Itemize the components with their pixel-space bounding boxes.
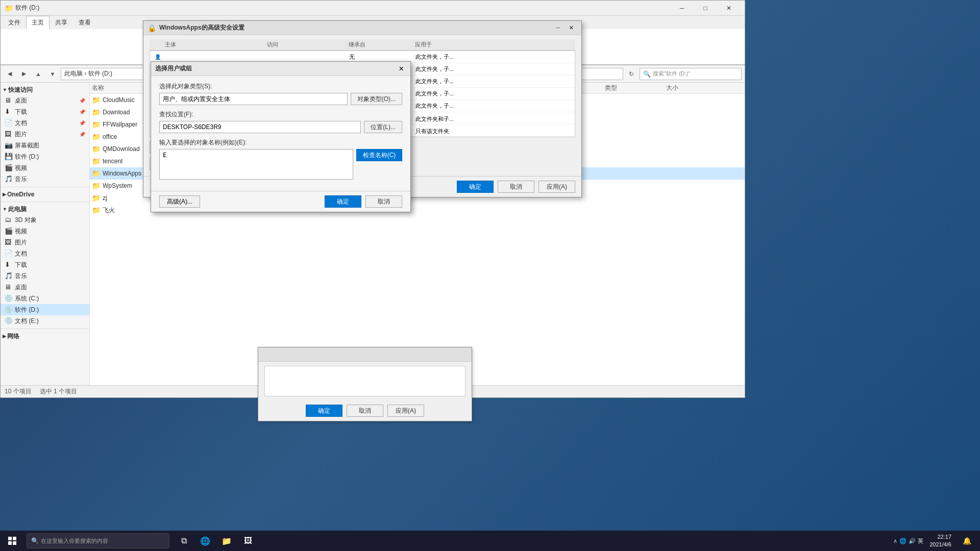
task-view-button[interactable]: ⧉ (174, 531, 194, 551)
security-close-btn[interactable]: ✕ (565, 23, 577, 33)
col-type: 类型 (605, 84, 666, 92)
notification-button[interactable]: 🔔 (958, 531, 976, 551)
sidebar-item-software-quick[interactable]: 💾 软件 (D:) (1, 151, 89, 162)
sidebar-item-download-pc[interactable]: ⬇ 下载 (1, 259, 89, 270)
this-pc-header[interactable]: ▼ 此电脑 (1, 204, 89, 214)
check-names-btn[interactable]: 检查名称(C) (356, 149, 402, 161)
select-user-body: 选择此对象类型(S): 对象类型(O)... 查找位置(F): 位置(L)...… (151, 76, 410, 191)
select-user-title-text: 选择用户或组 (155, 64, 192, 73)
lang-indicator[interactable]: 英 (918, 537, 923, 545)
bottom-dialog-buttons: 确定 取消 应用(A) (258, 400, 472, 421)
close-button[interactable]: ✕ (717, 1, 741, 16)
sidebar-item-docs-pc[interactable]: 📄 文档 (1, 248, 89, 259)
quick-access-label: 快速访问 (8, 86, 33, 94)
taskbar-search-icon: 🔍 (31, 537, 39, 544)
sidebar-item-docs-quick[interactable]: 📄 文档 📌 (1, 117, 89, 129)
quick-access-header[interactable]: ▼ 快速访问 (1, 85, 89, 95)
docs-icon: 📄 (5, 119, 13, 127)
photos-taskbar-icon[interactable]: 🖼 (238, 531, 258, 551)
sidebar-item-e-drive[interactable]: 💿 文档 (E:) (1, 315, 89, 327)
select-user-ok-btn[interactable]: 确定 (325, 195, 361, 208)
tab-share[interactable]: 共享 (50, 16, 73, 29)
item-count: 10 个项目 (5, 387, 32, 396)
object-type-label: 选择此对象类型(S): (159, 82, 402, 91)
sidebar-item-3d[interactable]: 🗂 3D 对象 (1, 214, 89, 226)
sidebar-item-pics-quick[interactable]: 🖼 图片 📌 (1, 129, 89, 140)
sidebar-item-desktop-quick[interactable]: 🖥 桌面 📌 (1, 95, 89, 106)
object-type-input[interactable] (159, 93, 348, 105)
music-icon: 🎵 (5, 175, 13, 183)
refresh-button[interactable]: ↻ (625, 68, 638, 80)
clock[interactable]: 22:17 2021/4/6 (925, 533, 955, 549)
sidebar-item-screenshot[interactable]: 📷 屏幕截图 (1, 140, 89, 151)
file-explorer-taskbar-icon[interactable]: 📁 (216, 531, 237, 551)
folder-icon2: 📁 (92, 108, 101, 116)
taskbar-right: ∧ 🌐 🔊 英 22:17 2021/4/6 🔔 (893, 531, 980, 551)
divider1 (1, 187, 89, 187)
tab-file[interactable]: 文件 (3, 16, 26, 29)
bottom-cancel-btn[interactable]: 取消 (347, 405, 383, 417)
folder-icon3: 📁 (92, 120, 101, 129)
folder-icon6: 📁 (92, 157, 101, 165)
selected-count: 选中 1 个项目 (40, 387, 77, 396)
sidebar-item-download-quick[interactable]: ⬇ 下载 📌 (1, 106, 89, 117)
chevron-up-icon[interactable]: ∧ (893, 538, 897, 544)
start-button[interactable] (0, 531, 24, 551)
sidebar-item-c-drive[interactable]: 💿 系统 (C:) (1, 293, 89, 304)
location-btn[interactable]: 位置(L)... (364, 121, 402, 133)
folder-icon9: 📁 (92, 194, 101, 202)
object-name-textarea[interactable]: E (159, 149, 353, 180)
up-button[interactable]: ▲ (32, 68, 44, 80)
back-button[interactable]: ◀ (4, 68, 16, 80)
edge-icon[interactable]: 🌐 (195, 531, 215, 551)
folder-icon10: 📁 (92, 206, 101, 214)
divider2 (1, 202, 89, 202)
recent-button[interactable]: ▼ (46, 68, 59, 80)
sidebar-item-video-pc[interactable]: 🎬 视频 (1, 226, 89, 237)
sidebar-item-music-pc[interactable]: 🎵 音乐 (1, 270, 89, 282)
network-header[interactable]: ▶ 网络 (1, 331, 89, 341)
sidebar-item-video-quick[interactable]: 🎬 视频 (1, 162, 89, 173)
security-title-text: WindowsApps的高级安全设置 (159, 23, 244, 32)
folder-icon8: 📁 (92, 182, 101, 190)
security-ok-btn[interactable]: 确定 (457, 181, 494, 193)
bottom-apply-btn[interactable]: 应用(A) (387, 405, 424, 417)
bottom-ok-btn[interactable]: 确定 (306, 405, 342, 417)
security-cancel-btn[interactable]: 取消 (498, 181, 534, 193)
advanced-btn[interactable]: 高级(A)... (159, 195, 200, 208)
onedrive-header[interactable]: ▶ OneDrive (1, 189, 89, 199)
onedrive-label: OneDrive (7, 191, 34, 198)
title-bar-buttons: ─ □ ✕ (670, 1, 741, 16)
sidebar-item-d-drive[interactable]: 💿 软件 (D:) (1, 304, 89, 315)
search-box[interactable]: 🔍 搜索"软件 (D:)" (640, 68, 742, 80)
pin-icon4: 📌 (79, 132, 85, 137)
object-type-btn[interactable]: 对象类型(O)... (351, 93, 402, 105)
svg-rect-0 (8, 537, 12, 540)
security-apply-btn[interactable]: 应用(A) (538, 181, 575, 193)
sidebar-item-pics-pc[interactable]: 🖼 图片 (1, 237, 89, 248)
onedrive-arrow: ▶ (3, 192, 6, 197)
c-drive-icon: 💿 (5, 294, 13, 303)
taskbar-search-box[interactable]: 🔍 在这里输入你要搜索的内容 (27, 533, 169, 548)
taskbar: 🔍 在这里输入你要搜索的内容 ⧉ 🌐 📁 🖼 ∧ 🌐 🔊 英 22:17 202… (0, 531, 980, 551)
maximize-button[interactable]: □ (694, 1, 717, 16)
minimize-button[interactable]: ─ (670, 1, 694, 16)
location-input[interactable] (159, 121, 361, 133)
bottom-dialog: 确定 取消 应用(A) (258, 347, 472, 421)
sidebar-item-desktop-pc[interactable]: 🖥 桌面 (1, 282, 89, 293)
select-user-dialog: 选择用户或组 ✕ 选择此对象类型(S): 对象类型(O)... 查找位置(F):… (151, 61, 411, 212)
tab-home[interactable]: 主页 (26, 16, 50, 29)
forward-button[interactable]: ▶ (18, 68, 30, 80)
object-type-input-row: 对象类型(O)... (159, 93, 402, 105)
tab-view[interactable]: 查看 (73, 16, 96, 29)
quick-access-arrow: ▼ (3, 87, 7, 92)
perm-table-header: 主体 访问 继承自 应用于 (150, 39, 575, 51)
3d-icon: 🗂 (5, 216, 13, 224)
network-tray-icon[interactable]: 🌐 (899, 538, 906, 544)
d-drive-icon: 💿 (5, 306, 13, 314)
volume-icon[interactable]: 🔊 (909, 538, 916, 544)
security-minimize-btn[interactable]: ─ (552, 23, 564, 33)
sidebar-item-music-quick[interactable]: 🎵 音乐 (1, 173, 89, 185)
select-user-cancel-btn[interactable]: 取消 (365, 195, 402, 208)
select-user-close-btn[interactable]: ✕ (396, 64, 406, 74)
